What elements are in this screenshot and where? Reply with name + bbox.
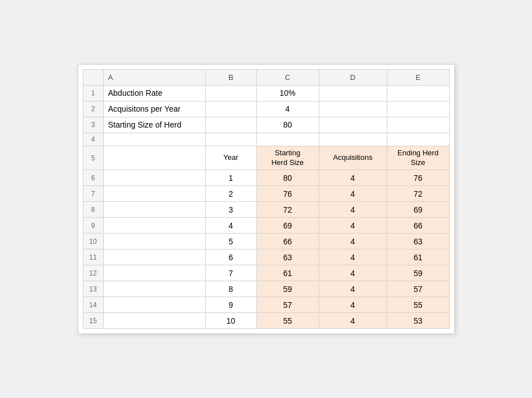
row-num: 5 — [83, 146, 103, 170]
row-num: 11 — [83, 249, 103, 265]
cell-A[interactable] — [103, 313, 205, 329]
cell-D[interactable]: 4 — [319, 281, 387, 297]
cell-A[interactable] — [103, 297, 205, 313]
cell-D[interactable]: 4 — [319, 218, 387, 234]
cell-B[interactable]: 5 — [205, 234, 256, 249]
cell-D[interactable]: 4 — [319, 265, 387, 281]
table-row: 7276472 — [83, 186, 449, 202]
cell-E3[interactable] — [387, 117, 449, 133]
row-num: 14 — [83, 297, 103, 313]
cell-B2[interactable] — [205, 101, 256, 117]
cell-B[interactable]: 3 — [205, 202, 256, 218]
cell-A[interactable] — [103, 170, 205, 186]
cell-C[interactable]: 59 — [256, 281, 319, 297]
cell-B[interactable]: 10 — [205, 313, 256, 329]
row-num: 3 — [83, 117, 103, 133]
cell-B[interactable]: 2 — [205, 186, 256, 202]
table-row: 8372469 — [83, 202, 449, 218]
table-row: 1 Abduction Rate 10% — [83, 85, 449, 101]
cell-C2[interactable]: 4 — [256, 101, 319, 117]
col-header-A: A — [103, 69, 205, 85]
cell-D[interactable]: 4 — [319, 297, 387, 313]
row-num: 2 — [83, 101, 103, 117]
cell-C[interactable]: 63 — [256, 249, 319, 265]
cell-E5-ending: Ending Herd Size — [387, 146, 449, 170]
row-num: 8 — [83, 202, 103, 218]
cell-E[interactable]: 57 — [387, 281, 449, 297]
cell-E[interactable]: 53 — [387, 313, 449, 329]
table-row: 10566463 — [83, 234, 449, 249]
table-row: 14957455 — [83, 297, 449, 313]
cell-B[interactable]: 7 — [205, 265, 256, 281]
cell-B1[interactable] — [205, 85, 256, 101]
cell-D[interactable]: 4 — [319, 202, 387, 218]
cell-A[interactable] — [103, 249, 205, 265]
table-row: 3 Starting Size of Herd 80 — [83, 117, 449, 133]
cell-E[interactable]: 61 — [387, 249, 449, 265]
cell-A[interactable] — [103, 218, 205, 234]
cell-C[interactable]: 61 — [256, 265, 319, 281]
cell-C5-starting: Starting Herd Size — [256, 146, 319, 170]
cell-E[interactable]: 69 — [387, 202, 449, 218]
cell-B[interactable]: 1 — [205, 170, 256, 186]
table-row: 13859457 — [83, 281, 449, 297]
cell-A[interactable] — [103, 186, 205, 202]
cell-B[interactable]: 8 — [205, 281, 256, 297]
cell-D1[interactable] — [319, 85, 387, 101]
row-num: 4 — [83, 133, 103, 146]
table-row: 9469466 — [83, 218, 449, 234]
cell-D[interactable]: 4 — [319, 170, 387, 186]
cell-D2[interactable] — [319, 101, 387, 117]
cell-E[interactable]: 76 — [387, 170, 449, 186]
cell-A2[interactable]: Acquisitons per Year — [103, 101, 205, 117]
cell-E1[interactable] — [387, 85, 449, 101]
cell-A[interactable] — [103, 265, 205, 281]
cell-E[interactable]: 66 — [387, 218, 449, 234]
cell-E2[interactable] — [387, 101, 449, 117]
cell-E[interactable]: 63 — [387, 234, 449, 249]
cell-B3[interactable] — [205, 117, 256, 133]
cell-D5-acquisitions: Acquisitions — [319, 146, 387, 170]
cell-E[interactable]: 55 — [387, 297, 449, 313]
col-header-B: B — [205, 69, 256, 85]
cell-C3[interactable]: 80 — [256, 117, 319, 133]
cell-D4[interactable] — [319, 133, 387, 146]
cell-C[interactable]: 76 — [256, 186, 319, 202]
cell-B5-year: Year — [205, 146, 256, 170]
cell-A[interactable] — [103, 281, 205, 297]
cell-D[interactable]: 4 — [319, 234, 387, 249]
cell-D3[interactable] — [319, 117, 387, 133]
column-header-row: A B C D E — [83, 69, 449, 85]
cell-A[interactable] — [103, 234, 205, 249]
col-header-D: D — [319, 69, 387, 85]
cell-A3[interactable]: Starting Size of Herd — [103, 117, 205, 133]
cell-B[interactable]: 6 — [205, 249, 256, 265]
table-row: 6180476 — [83, 170, 449, 186]
cell-A[interactable] — [103, 202, 205, 218]
row-num: 15 — [83, 313, 103, 329]
cell-C[interactable]: 57 — [256, 297, 319, 313]
row-num: 6 — [83, 170, 103, 186]
cell-E[interactable]: 72 — [387, 186, 449, 202]
cell-C[interactable]: 66 — [256, 234, 319, 249]
table-row: 11663461 — [83, 249, 449, 265]
cell-B[interactable]: 4 — [205, 218, 256, 234]
cell-A5[interactable] — [103, 146, 205, 170]
cell-C[interactable]: 69 — [256, 218, 319, 234]
cell-D[interactable]: 4 — [319, 249, 387, 265]
cell-C4[interactable] — [256, 133, 319, 146]
cell-C1[interactable]: 10% — [256, 85, 319, 101]
cell-C[interactable]: 80 — [256, 170, 319, 186]
cell-B[interactable]: 9 — [205, 297, 256, 313]
cell-B4[interactable] — [205, 133, 256, 146]
row-num: 7 — [83, 186, 103, 202]
row-num: 12 — [83, 265, 103, 281]
cell-D[interactable]: 4 — [319, 186, 387, 202]
cell-C[interactable]: 55 — [256, 313, 319, 329]
cell-E[interactable]: 59 — [387, 265, 449, 281]
cell-A4[interactable] — [103, 133, 205, 146]
cell-D[interactable]: 4 — [319, 313, 387, 329]
cell-C[interactable]: 72 — [256, 202, 319, 218]
cell-A1[interactable]: Abduction Rate — [103, 85, 205, 101]
cell-E4[interactable] — [387, 133, 449, 146]
